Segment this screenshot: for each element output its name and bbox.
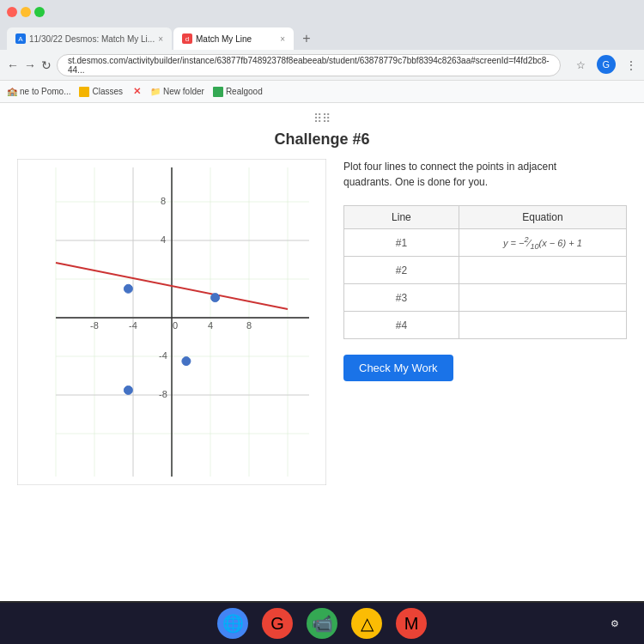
refresh-button[interactable]: ↻ <box>41 55 52 76</box>
taskbar-status-icon[interactable]: ⚙ <box>599 608 630 639</box>
back-button[interactable]: ← <box>7 55 19 76</box>
svg-text:-8: -8 <box>159 389 167 399</box>
svg-text:4: 4 <box>208 320 213 331</box>
table-row: #2 <box>344 257 627 284</box>
bookmark-x-icon: ✕ <box>131 87 142 97</box>
bookmark-star-button[interactable]: ☆ <box>571 55 592 76</box>
tab-desmos-old[interactable]: A 11/30/22 Desmos: Match My Li... × <box>7 27 172 50</box>
svg-point-29 <box>182 357 191 366</box>
taskbar-google-icon[interactable]: G <box>262 608 293 639</box>
svg-text:-4: -4 <box>159 350 167 361</box>
challenge-title: Challenge #6 <box>17 131 627 149</box>
maximize-btn[interactable] <box>34 7 45 17</box>
tab-favicon-2: d <box>182 33 192 44</box>
bookmark-pomo-icon: 🏫 <box>7 87 17 97</box>
tab-close-1[interactable]: × <box>158 34 163 44</box>
profile-button[interactable]: G <box>597 55 616 74</box>
main-layout: -4 -8 0 4 8 8 4 -4 -8 <box>17 159 627 485</box>
equation-value-2[interactable] <box>459 257 626 284</box>
bookmark-newfolder-label: New folder <box>163 87 204 96</box>
browser-window: A 11/30/22 Desmos: Match My Li... × d Ma… <box>0 0 644 601</box>
line-label-1: #1 <box>344 229 459 257</box>
bookmark-x[interactable]: ✕ <box>131 87 142 97</box>
drag-handle-icon: ⠿⠿ <box>313 112 331 125</box>
url-icons: ☆ G ⋮ <box>571 55 641 76</box>
tab-label-2: Match My Line <box>196 34 252 44</box>
svg-point-27 <box>124 284 132 293</box>
taskbar: 🌐 G 📹 △ M ⚙ <box>0 603 644 644</box>
tab-close-2[interactable]: × <box>280 34 285 44</box>
graph-area[interactable]: -4 -8 0 4 8 8 4 -4 -8 <box>17 159 326 485</box>
svg-point-28 <box>211 294 220 302</box>
tab-bar: A 11/30/22 Desmos: Match My Li... × d Ma… <box>0 24 644 50</box>
svg-text:8: 8 <box>246 320 252 331</box>
instructions-text: Plot four lines to connect the points in… <box>343 161 556 188</box>
bookmark-realgood-icon <box>213 87 223 97</box>
table-row: #1 y = −2⁄10(x − 6) + 1 <box>344 229 627 257</box>
bookmark-realgood-label: Realgood <box>226 87 263 96</box>
bookmark-classes-label: Classes <box>92 87 123 96</box>
new-tab-button[interactable]: + <box>295 27 318 50</box>
svg-text:4: 4 <box>161 234 166 245</box>
minimize-btn[interactable] <box>21 7 31 17</box>
bookmarks-bar: 🏫 ne to Pomo... Classes ✕ 📁 New folder R… <box>0 81 644 103</box>
title-bar <box>0 0 644 24</box>
tab-matchmyline[interactable]: d Match My Line × <box>173 27 294 50</box>
bookmark-folder-icon: 📁 <box>150 87 161 97</box>
bookmark-classes[interactable]: Classes <box>79 87 123 97</box>
svg-text:-4: -4 <box>129 320 137 331</box>
equation-value-1: y = −2⁄10(x − 6) + 1 <box>459 229 626 257</box>
taskbar-drive-icon[interactable]: △ <box>351 608 382 639</box>
taskbar-meet-icon[interactable]: 📹 <box>307 608 337 639</box>
check-my-work-button[interactable]: Check My Work <box>343 355 453 381</box>
table-row: #4 <box>344 312 627 339</box>
bookmark-realgood[interactable]: Realgood <box>213 87 263 97</box>
table-row: #3 <box>344 284 627 312</box>
instructions: Plot four lines to connect the points in… <box>343 159 627 190</box>
line-label-2: #2 <box>344 257 459 284</box>
drag-handle: ⠿⠿ <box>17 112 627 125</box>
col-header-equation: Equation <box>459 206 626 229</box>
window-controls <box>7 7 45 17</box>
menu-button[interactable]: ⋮ <box>621 55 641 76</box>
equation-table: Line Equation #1 y = −2⁄10(x − 6) + 1 <box>343 205 627 339</box>
equation-value-4[interactable] <box>459 312 626 339</box>
bookmark-classes-icon <box>79 87 89 97</box>
equation-value-3[interactable] <box>459 284 626 312</box>
close-btn[interactable] <box>7 7 17 17</box>
col-header-line: Line <box>344 206 459 229</box>
tab-label-1: 11/30/22 Desmos: Match My Li... <box>29 34 155 44</box>
page-content: ⠿⠿ Challenge #6 <box>0 103 644 601</box>
bookmark-pomo-label: ne to Pomo... <box>20 87 70 96</box>
svg-point-30 <box>124 386 132 394</box>
url-text: st.desmos.com/activitybuilder/instance/6… <box>68 56 550 75</box>
line-label-4: #4 <box>344 312 459 339</box>
bookmark-pomo[interactable]: 🏫 ne to Pomo... <box>7 87 70 97</box>
line-label-3: #3 <box>344 284 459 312</box>
address-bar: ← → ↻ st.desmos.com/activitybuilder/inst… <box>0 50 644 81</box>
svg-text:8: 8 <box>161 196 166 206</box>
url-bar[interactable]: st.desmos.com/activitybuilder/instance/6… <box>57 54 561 76</box>
right-panel: Plot four lines to connect the points in… <box>343 159 627 381</box>
svg-text:0: 0 <box>173 320 178 331</box>
svg-text:-8: -8 <box>90 320 99 331</box>
desmos-container: ⠿⠿ Challenge #6 <box>0 103 644 601</box>
bookmark-newfolder[interactable]: 📁 New folder <box>150 87 204 97</box>
tab-favicon-1: A <box>15 33 26 44</box>
graph-svg[interactable]: -4 -8 0 4 8 8 4 -4 -8 <box>17 159 326 485</box>
forward-button[interactable]: → <box>24 55 36 76</box>
taskbar-chrome-icon[interactable]: 🌐 <box>217 608 248 639</box>
taskbar-gmail-icon[interactable]: M <box>396 608 427 639</box>
